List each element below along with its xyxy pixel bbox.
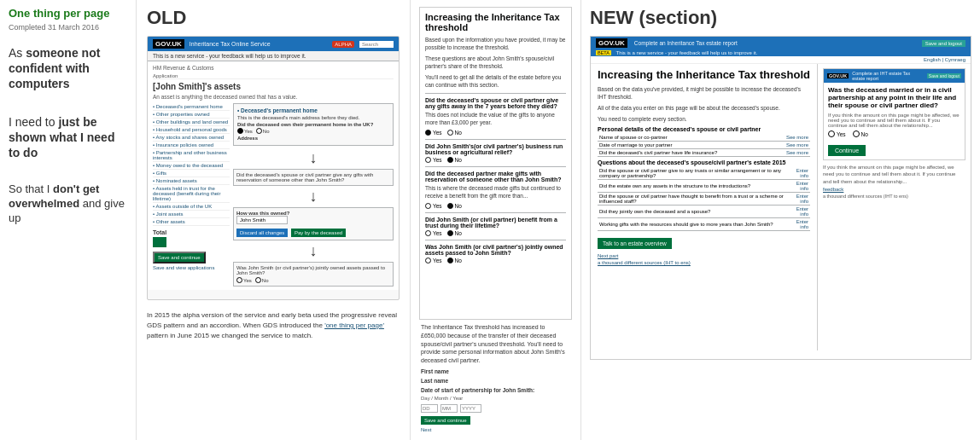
nav-item-gifts[interactable]: • Gifts bbox=[153, 170, 230, 177]
q-no-label[interactable]: No bbox=[853, 130, 868, 137]
old-form-area: • Deceased's permanent home This is the … bbox=[233, 103, 394, 287]
uk-yes-label[interactable]: Yes bbox=[237, 128, 253, 134]
q-yes-radio[interactable] bbox=[828, 130, 835, 137]
q1-yes-radio[interactable] bbox=[425, 130, 431, 136]
nav-item-home[interactable]: • Deceased's permanent home bbox=[153, 103, 230, 111]
new-top-banner: GOV.UK Complete an Inheritance Tax estat… bbox=[591, 37, 971, 49]
nav-item-other[interactable]: • Other assets bbox=[153, 218, 230, 226]
nav-item-household[interactable]: • Household and personal goods bbox=[153, 126, 230, 134]
q-row-5-link[interactable]: Enter info bbox=[787, 217, 810, 230]
mid-q2-radios: Yes No bbox=[425, 157, 566, 163]
q4-yes[interactable]: Yes bbox=[425, 230, 442, 236]
row-insurance-link[interactable]: See more bbox=[773, 148, 810, 156]
uk-no-label[interactable]: No bbox=[256, 128, 270, 134]
q-row-3-text: Did the spouse or civil partner have tho… bbox=[598, 192, 787, 205]
mid-next-link[interactable]: Next bbox=[421, 426, 570, 433]
mid-continue-button[interactable]: Save and continue bbox=[421, 416, 470, 425]
uk-yes-radio[interactable] bbox=[237, 128, 243, 134]
nav-item-joint[interactable]: • Joint assets bbox=[153, 211, 230, 218]
nav-item-buildings[interactable]: • Other buildings and land owned bbox=[153, 119, 230, 126]
q3-no[interactable]: No bbox=[447, 203, 462, 209]
english-link[interactable]: English bbox=[924, 57, 941, 62]
sidebar-bold-1: someone not confident with computers bbox=[9, 46, 100, 90]
save-continue-button[interactable]: Save and continue bbox=[153, 252, 206, 263]
q-no-radio[interactable] bbox=[853, 130, 860, 137]
new-next-link[interactable]: Next part bbox=[598, 253, 810, 258]
year-input[interactable] bbox=[460, 404, 481, 413]
nav-item-insurance[interactable]: • Insurance policies owned bbox=[153, 142, 230, 149]
inner-btn[interactable]: Save and logout bbox=[927, 73, 961, 78]
q-row-3-link[interactable]: Enter info bbox=[787, 192, 810, 205]
pay-button[interactable]: Pay by the deceased bbox=[291, 229, 346, 237]
q2-no-radio[interactable] bbox=[447, 157, 453, 163]
q-row-2-text: Did the estate own any assets in the str… bbox=[598, 179, 787, 192]
q-row-2-link[interactable]: Enter info bbox=[787, 179, 810, 192]
row-date-link[interactable]: See more bbox=[773, 141, 810, 148]
one-thing-link[interactable]: 'one thing per page' bbox=[324, 321, 384, 329]
q1-no[interactable]: No bbox=[447, 130, 462, 136]
nav-item-other-prop[interactable]: • Other properties owned bbox=[153, 111, 230, 119]
trust-no[interactable]: No bbox=[255, 277, 269, 283]
dob-hint: Day / Month / Year bbox=[421, 395, 570, 402]
sidebar-feedback-link[interactable]: feedback bbox=[823, 187, 965, 192]
sidebar: One thing per page Completed 31 March 20… bbox=[0, 0, 137, 440]
mid-divider-4 bbox=[425, 212, 566, 213]
month-input[interactable] bbox=[440, 404, 458, 413]
nav-item-partnership[interactable]: • Partnership and other business interes… bbox=[153, 149, 230, 162]
q-row-4-link[interactable]: Enter info bbox=[787, 205, 810, 217]
q5-yes-radio[interactable] bbox=[425, 258, 431, 263]
nav-item-money[interactable]: • Money owed to the deceased bbox=[153, 162, 230, 170]
row-name-link[interactable]: See more bbox=[773, 134, 810, 142]
q-row-1-link[interactable]: Enter info bbox=[787, 167, 810, 180]
total-value-placeholder bbox=[153, 237, 166, 247]
q4-yes-radio[interactable] bbox=[425, 230, 431, 236]
question-continue-btn[interactable]: Continue bbox=[828, 145, 866, 156]
q2-yes[interactable]: Yes bbox=[425, 157, 442, 163]
q5-yes[interactable]: Yes bbox=[425, 258, 442, 263]
mid-footer-text: The Inheritance Tax threshold has increa… bbox=[421, 324, 565, 363]
new-link2[interactable]: a thousand different sources (IHT to ens… bbox=[598, 260, 810, 265]
q1-yes[interactable]: Yes bbox=[425, 130, 442, 136]
q3-no-radio[interactable] bbox=[447, 203, 453, 209]
mid-divider-5 bbox=[425, 240, 566, 240]
q-yes-label[interactable]: Yes bbox=[828, 130, 846, 137]
q4-no-radio[interactable] bbox=[447, 230, 453, 236]
new-main-content: Increasing the Inheritance Tax threshold… bbox=[591, 64, 817, 350]
personal-details-tbody: Name of spouse or co-partner See more Da… bbox=[598, 134, 810, 157]
mid-q1: Did the deceased's spouse or civil partn… bbox=[425, 97, 566, 109]
trust-yes-radio[interactable] bbox=[236, 277, 242, 283]
nav-item-stocks[interactable]: • Any stocks and shares owned bbox=[153, 134, 230, 142]
nav-item-nominated[interactable]: • Nominated assets bbox=[153, 177, 230, 185]
q2-yes-radio[interactable] bbox=[425, 157, 431, 163]
mid-divider-3 bbox=[425, 166, 566, 167]
q2-no[interactable]: No bbox=[447, 157, 462, 163]
nav-item-trust[interactable]: • Assets held in trust for the deceased … bbox=[153, 185, 230, 203]
new-save-logout[interactable]: Save and logout bbox=[922, 40, 965, 47]
discard-button[interactable]: Discard all changes bbox=[236, 229, 288, 237]
sidebar-title: One thing per page bbox=[9, 7, 127, 20]
sidebar-bold-2: just be shown what I need to do bbox=[9, 115, 114, 159]
question-box-hint: If you think the amount on this page mig… bbox=[828, 113, 960, 128]
q4-no[interactable]: No bbox=[447, 230, 462, 236]
q3-yes[interactable]: Yes bbox=[425, 203, 442, 209]
day-input[interactable] bbox=[421, 404, 438, 413]
mid-para3: You'll need to get all the details of th… bbox=[425, 73, 566, 89]
cymraeg-link[interactable]: Cymraeg bbox=[945, 57, 965, 62]
q3-yes-radio[interactable] bbox=[425, 203, 431, 209]
middle-section: Increasing the Inheritance Tax threshold… bbox=[410, 0, 580, 440]
q5-no[interactable]: No bbox=[447, 258, 462, 263]
q1-no-radio[interactable] bbox=[447, 130, 453, 136]
new-continue-button[interactable]: Talk to an estate overview bbox=[598, 238, 672, 249]
uk-no-radio[interactable] bbox=[256, 128, 262, 134]
nav-item-outside[interactable]: • Assets outside of the UK bbox=[153, 203, 230, 211]
nav-total: Total bbox=[153, 229, 230, 235]
q5-no-radio[interactable] bbox=[447, 258, 453, 263]
trust-no-radio[interactable] bbox=[255, 277, 261, 283]
owner-name-input[interactable] bbox=[236, 216, 288, 224]
deceased-perm-home-link[interactable]: • Deceased's permanent home bbox=[237, 107, 389, 113]
mid-content: Based upon the information you have prov… bbox=[420, 36, 571, 267]
view-applications-link[interactable]: Save and view applications bbox=[153, 265, 230, 270]
old-search-input[interactable] bbox=[359, 41, 394, 48]
row-name-label: Name of spouse or co-partner bbox=[598, 134, 773, 142]
trust-yes[interactable]: Yes bbox=[236, 277, 252, 283]
